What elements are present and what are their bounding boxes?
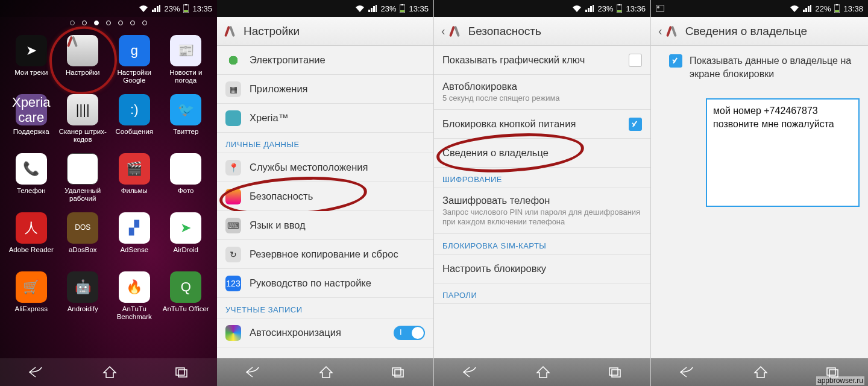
nav-home[interactable] (753, 365, 768, 379)
svg-rect-2 (184, 10, 188, 12)
nav-back[interactable] (462, 366, 479, 378)
signal-icon (803, 5, 811, 12)
app-moi-treki[interactable]: ➤Мои треки (6, 35, 57, 93)
svg-rect-16 (836, 4, 838, 5)
signal-icon (152, 5, 160, 12)
row-language[interactable]: ⌨Язык и ввод (217, 211, 433, 240)
app-support[interactable]: XperiacareПоддержка (6, 94, 57, 152)
svg-rect-9 (395, 370, 403, 377)
app-movies[interactable]: 🎬Фильмы (109, 153, 160, 211)
watermark: appbrowser.ru (816, 376, 864, 385)
checkbox-pattern[interactable] (629, 54, 642, 67)
row-show-pattern[interactable]: Показывать графический ключ (434, 46, 650, 75)
app-androidify[interactable]: 🤖Androidify (58, 271, 108, 329)
nav-home[interactable] (319, 365, 333, 379)
svg-rect-8 (392, 368, 401, 375)
row-autosync[interactable]: Автосинхронизация (217, 318, 433, 347)
app-news-weather[interactable]: 📰Новости и погода (161, 35, 212, 93)
signal-icon (585, 5, 594, 12)
checkbox-powerlock[interactable] (629, 118, 642, 131)
row-encrypt[interactable]: Зашифровать телефонЗапрос числового PIN … (434, 188, 650, 234)
app-messages[interactable]: :)Сообщения (109, 94, 160, 152)
battery-icon (400, 4, 405, 13)
row-label: Руководство по настройке (250, 277, 425, 289)
section-accounts: УЧЕТНЫЕ ЗАПИСИ (217, 298, 433, 318)
section-sim: БЛОКИРОВКА SIM-КАРТЫ (434, 234, 650, 255)
nav-recent[interactable] (174, 366, 189, 378)
row-security[interactable]: Безопасность (217, 182, 433, 211)
antutu-icon: 🔥 (119, 271, 150, 303)
app-phone[interactable]: 📞Телефон (6, 153, 57, 211)
row-label: Службы местоположения (250, 162, 425, 173)
nav-back[interactable] (245, 366, 262, 378)
app-adobe-reader[interactable]: 人Adobe Reader (6, 212, 57, 270)
app-adosbox[interactable]: DOSaDosBox (58, 212, 108, 270)
sync-icon (225, 325, 241, 341)
toggle-autosync[interactable] (394, 326, 425, 340)
row-location[interactable]: 📍Службы местоположения (217, 153, 433, 182)
barcode-icon: |||| (67, 94, 98, 125)
battery-text: 23% (597, 4, 613, 13)
app-google-settings[interactable]: gНастройки Google (109, 35, 160, 93)
row-subtitle: 5 секунд после спящего режима (442, 93, 642, 103)
row-owner-info[interactable]: Сведения о владельце (434, 139, 650, 168)
nav-home[interactable] (102, 365, 117, 379)
app-label: AliExpress (15, 305, 48, 313)
row-simlock[interactable]: Настроить блокировку (434, 255, 650, 283)
security-list: Показывать графический ключ Автоблокиров… (434, 46, 650, 358)
row-subtitle: Запрос числового PIN или пароля для деши… (442, 207, 642, 227)
section-passwords: ПАРОЛИ (434, 283, 650, 304)
app-barcode-scanner[interactable]: ||||Сканер штрих-кодов (58, 94, 108, 152)
app-adsense[interactable]: ▞AdSense (109, 212, 160, 270)
app-aliexpress[interactable]: 🛒AliExpress (6, 271, 57, 329)
nav-back[interactable] (28, 366, 45, 378)
film-icon: 🎬 (119, 153, 150, 185)
messages-icon: :) (119, 94, 150, 125)
row-powerlock[interactable]: Блокировка кнопкой питания (434, 110, 650, 139)
row-apps[interactable]: ▦Приложения (217, 75, 433, 104)
dot-icon (118, 21, 123, 25)
row-show-owner[interactable]: Показывать данные о владельце на экране … (651, 46, 868, 91)
app-twitter[interactable]: 🐦Твиттер (161, 94, 212, 152)
app-antutu-officer[interactable]: QAnTuTu Officer (161, 271, 212, 329)
app-airdroid[interactable]: ➤AirDroid (161, 212, 212, 270)
nav-bar (434, 358, 650, 386)
nav-recent[interactable] (608, 366, 622, 378)
checkbox-show-owner[interactable] (669, 54, 682, 68)
row-power[interactable]: Электропитание (217, 46, 433, 75)
row-backup[interactable]: ↻Резервное копирование и сброс (217, 240, 433, 269)
wifi-icon (572, 5, 582, 12)
aliexpress-icon: 🛒 (16, 271, 47, 303)
back-icon[interactable]: ‹ (441, 24, 445, 38)
battery-text: 23% (164, 4, 180, 13)
app-label: Новости и погода (161, 69, 212, 84)
arrow-icon: ➤ (16, 35, 47, 66)
app-settings[interactable]: Настройки (58, 35, 108, 93)
pdf-icon: 人 (16, 212, 47, 244)
row-xperia[interactable]: Xperia™ (217, 104, 433, 133)
row-autolock[interactable]: Автоблокировка5 секунд после спящего реж… (434, 75, 650, 110)
app-remote-desktop[interactable]: ◉Удаленный рабочий (58, 153, 108, 211)
app-label: Мои треки (14, 69, 48, 77)
app-antutu-benchmark[interactable]: 🔥AnTuTu Benchmark (109, 271, 160, 329)
nav-bar (0, 358, 217, 386)
backup-icon: ↻ (225, 247, 241, 262)
apps-icon: ▦ (225, 81, 241, 97)
settings-icon (449, 25, 462, 38)
status-bar: 23% 13:36 (434, 0, 650, 17)
row-label: Автосинхронизация (250, 327, 385, 338)
app-label: Поддержка (13, 128, 49, 136)
app-label: Настройки (66, 69, 99, 77)
row-guide[interactable]: 123Руководство по настройке (217, 269, 433, 298)
back-icon[interactable]: ‹ (658, 24, 662, 38)
owner-text-input[interactable]: мой номер +742467873 позвоните мне пожал… (706, 98, 860, 207)
row-label: Показывать графический ключ (442, 54, 620, 66)
nav-recent[interactable] (391, 366, 405, 378)
dot-icon (130, 21, 135, 25)
nav-back[interactable] (679, 366, 696, 378)
app-label: Твиттер (173, 128, 198, 136)
nav-home[interactable] (536, 365, 550, 379)
screen-security: 23% 13:36 ‹ Безопасность Показывать граф… (434, 0, 651, 386)
app-photos[interactable]: ◆Фото (161, 153, 212, 211)
row-label: Зашифровать телефон (442, 195, 642, 206)
